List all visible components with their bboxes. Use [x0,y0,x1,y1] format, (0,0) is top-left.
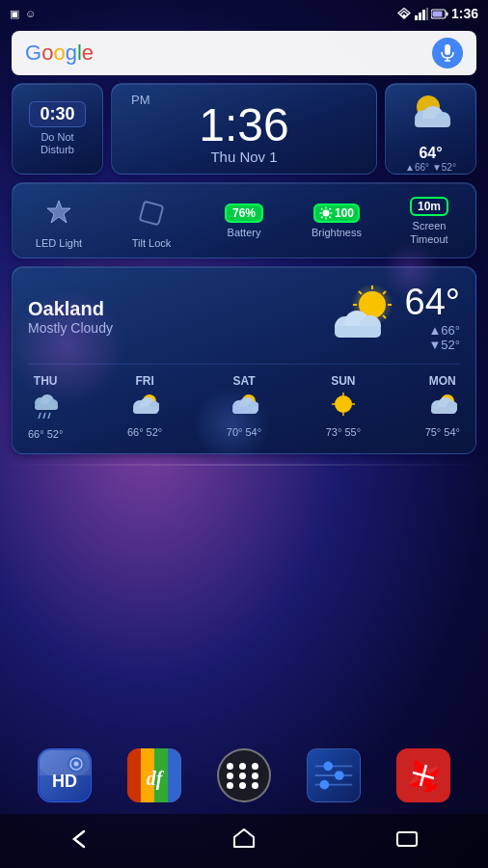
forecast-thu-icon [31,392,60,424]
svg-line-22 [321,208,323,210]
svg-text:df: df [146,768,164,790]
notification-icon-1: ▣ [10,8,19,20]
forecast-mon-label: MON [429,374,456,388]
toggle-battery[interactable]: 76% Battery [205,203,283,239]
apps-grid [227,763,261,789]
df-app-icon[interactable]: df [127,748,181,802]
toggle-led-label: LED Light [36,237,82,250]
svg-point-85 [320,780,330,790]
toggle-led[interactable]: LED Light [20,193,97,250]
weather-temp-large: 64° ▲66°▼52° [405,282,460,352]
weather-hilo: ▲66°▼52° [405,323,460,352]
forecast-sat-icon [230,392,258,422]
notification-icon-2: ☺ [25,8,36,19]
forecast-sun-temps: 73° 55° [326,426,361,438]
back-button[interactable] [69,829,93,854]
svg-point-83 [324,762,334,772]
recents-button[interactable] [395,828,419,854]
battery-badge: 76% [225,203,263,223]
forecast-sat-temps: 70° 54° [227,426,261,438]
battery-icon [431,9,448,19]
nav-bar [0,814,488,868]
svg-line-45 [43,413,45,419]
clock-ampm: PM [131,93,150,107]
svg-rect-14 [415,119,450,127]
forecast-fri-icon [130,392,159,422]
clock-date: Thu Nov 1 [210,149,277,165]
hd-widget-icon[interactable]: HD [38,748,92,802]
status-time: 1:36 [451,6,478,21]
weather-forecast: THU 66° 52° FRI [28,374,460,440]
toggle-screen-timeout-label: ScreenTimeout [410,220,447,245]
weather-small-icon [404,86,457,145]
svg-line-44 [39,413,41,419]
brightness-badge: 100 [313,203,360,223]
clock-widget[interactable]: PM 1:36 Thu Nov 1 [111,83,377,175]
voice-search-button[interactable] [432,38,463,68]
svg-line-24 [329,208,331,210]
home-button[interactable] [232,827,256,854]
svg-point-70 [68,755,85,773]
svg-rect-39 [335,326,381,338]
svg-rect-5 [446,12,447,15]
forecast-sun: SUN 73° 55° [326,374,361,440]
svg-text:HD: HD [52,772,77,791]
svg-rect-74 [127,748,141,802]
tilt-icon [131,193,172,233]
search-bar[interactable]: Google [12,31,476,75]
svg-point-71 [70,758,82,770]
forecast-thu: THU 66° 52° [28,374,63,440]
svg-rect-7 [445,44,450,55]
forecast-mon-temps: 75° 54° [425,426,460,438]
svg-point-57 [335,395,352,413]
svg-rect-0 [415,15,418,20]
weather-large-widget[interactable]: Oakland Mostly Cloudy [12,266,476,454]
svg-line-23 [329,217,331,219]
svg-rect-43 [35,404,58,410]
app-drawer-icon[interactable] [217,748,271,802]
forecast-fri: FRI 66° 52° [127,374,162,440]
wifi-icon [396,8,412,20]
forecast-thu-label: THU [34,374,58,388]
svg-point-72 [73,762,78,767]
toggle-battery-label: Battery [228,227,261,239]
svg-rect-3 [426,8,428,20]
clock-widget-row: 0:30 Do NotDisturb PM 1:36 Thu Nov 1 64°… [0,83,488,175]
forecast-fri-label: FRI [135,374,153,388]
weather-large-icon [324,281,401,352]
google-logo: Google [25,41,432,66]
forecast-mon: MON 75° 54° [425,374,460,440]
svg-point-17 [322,210,329,217]
svg-rect-68 [40,750,90,775]
svg-rect-6 [432,11,442,16]
weather-description: Mostly Cloudy [28,320,320,336]
forecast-sat: SAT 70° 54° [227,374,261,440]
weather-small-temp: 64° [419,145,442,162]
settings-widget-icon[interactable] [307,748,361,802]
signal-icon [415,8,428,20]
svg-marker-15 [47,201,70,223]
weather-divider [28,364,460,365]
brightness-value: 100 [335,206,354,220]
weather-temp-value: 64° [405,282,460,323]
toggle-tilt-label: Tilt Lock [132,237,172,250]
toggle-brightness[interactable]: 100 Brightness [298,203,375,239]
forecast-sun-label: SUN [331,374,355,388]
dnd-widget[interactable]: 0:30 Do NotDisturb [12,83,103,175]
svg-line-25 [321,217,323,219]
status-bar: ▣ ☺ 1:36 [0,0,488,27]
planes-app-icon[interactable] [396,748,450,802]
forecast-thu-temps: 66° 52° [28,428,63,440]
clock-time: 1:36 [199,102,288,149]
forecast-sat-label: SAT [232,374,255,388]
weather-city: Oakland [28,298,320,320]
svg-rect-89 [397,832,417,846]
svg-rect-77 [168,748,181,802]
toggle-screen-timeout[interactable]: 10m ScreenTimeout [391,197,468,245]
weather-small-widget[interactable]: 64° ▲66° ▼52° [385,83,476,175]
weather-main-row: Oakland Mostly Cloudy [28,281,460,352]
toggle-tilt[interactable]: Tilt Lock [113,193,190,250]
weather-city-info: Oakland Mostly Cloudy [28,298,320,336]
dock-separator [0,464,488,466]
weather-small-hilo: ▲66° ▼52° [405,162,456,173]
